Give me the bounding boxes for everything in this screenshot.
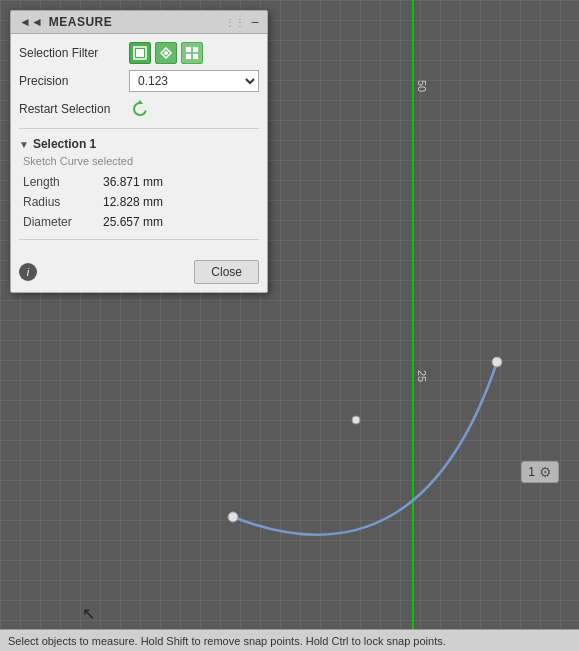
svg-rect-9: [193, 54, 198, 59]
length-row: Length 36.871 mm: [19, 173, 259, 191]
panel-drag-handle[interactable]: ⋮⋮: [225, 17, 245, 28]
svg-rect-8: [186, 54, 191, 59]
radius-value: 12.828 mm: [103, 195, 163, 209]
svg-marker-10: [137, 100, 143, 104]
info-button[interactable]: i: [19, 263, 37, 281]
diameter-value: 25.657 mm: [103, 215, 163, 229]
panel-collapse-arrows[interactable]: ◄◄: [19, 15, 43, 29]
widget-gear-icon[interactable]: ⚙: [539, 464, 552, 480]
divider-1: [19, 128, 259, 129]
diameter-row: Diameter 25.657 mm: [19, 213, 259, 231]
sketch-curve-label: Sketch Curve selected: [19, 155, 259, 167]
radius-label: Radius: [23, 195, 103, 209]
length-label: Length: [23, 175, 103, 189]
diameter-label: Diameter: [23, 215, 103, 229]
divider-2: [19, 239, 259, 240]
restart-selection-label: Restart Selection: [19, 102, 129, 116]
canvas-widget: 1 ⚙: [521, 461, 559, 483]
measure-panel: ◄◄ MEASURE ⋮⋮ − Selection Filter: [10, 10, 268, 293]
selection-filter-label: Selection Filter: [19, 46, 129, 60]
section-1-arrow[interactable]: ▼: [19, 139, 29, 150]
selection-filter-row: Selection Filter: [19, 42, 259, 64]
panel-minimize-button[interactable]: −: [251, 15, 259, 29]
panel-title: MEASURE: [49, 15, 219, 29]
panel-body: Selection Filter: [11, 34, 267, 256]
restart-selection-row: Restart Selection: [19, 98, 259, 120]
close-button[interactable]: Close: [194, 260, 259, 284]
precision-label: Precision: [19, 74, 129, 88]
ruler-label-50: 50: [416, 80, 428, 92]
green-vertical-line: [412, 0, 414, 651]
restart-selection-button[interactable]: [129, 98, 151, 120]
panel-header: ◄◄ MEASURE ⋮⋮ −: [11, 11, 267, 34]
svg-rect-6: [186, 47, 191, 52]
precision-content: 0.123 0.12 0.1: [129, 70, 259, 92]
status-bar: Select objects to measure. Hold Shift to…: [0, 629, 579, 651]
widget-number: 1: [528, 465, 535, 479]
precision-row: Precision 0.123 0.12 0.1: [19, 70, 259, 92]
restart-selection-content: [129, 98, 259, 120]
radius-row: Radius 12.828 mm: [19, 193, 259, 211]
filter-button-2[interactable]: [155, 42, 177, 64]
section-1-header: ▼ Selection 1: [19, 137, 259, 151]
svg-rect-7: [193, 47, 198, 52]
panel-footer: i Close: [11, 256, 267, 292]
section-1-title: Selection 1: [33, 137, 96, 151]
svg-rect-4: [136, 49, 144, 57]
status-text: Select objects to measure. Hold Shift to…: [8, 635, 446, 647]
filter-button-1[interactable]: [129, 42, 151, 64]
svg-point-5: [164, 51, 168, 55]
precision-dropdown[interactable]: 0.123 0.12 0.1: [129, 70, 259, 92]
selection-filter-buttons: [129, 42, 259, 64]
ruler-label-25: 25: [416, 370, 428, 382]
filter-button-3[interactable]: [181, 42, 203, 64]
length-value: 36.871 mm: [103, 175, 163, 189]
